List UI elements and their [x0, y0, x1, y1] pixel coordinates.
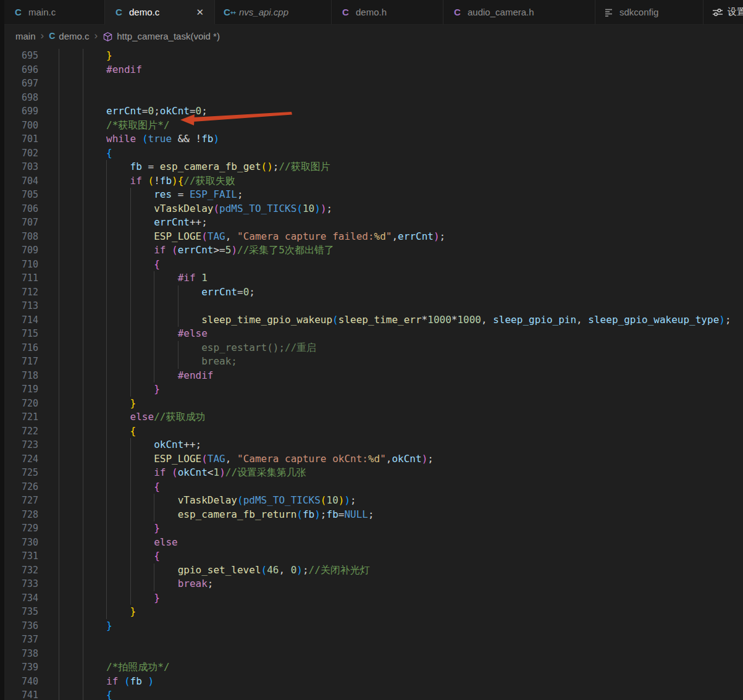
line-number[interactable]: 726: [0, 480, 38, 494]
line-number[interactable]: 703: [0, 160, 38, 174]
code-content[interactable]: esp_restart();//重启: [59, 341, 743, 355]
line-number[interactable]: 709: [0, 243, 38, 258]
line-number[interactable]: 707: [0, 216, 38, 230]
code-content[interactable]: fb = esp_camera_fb_get();//获取图片: [59, 160, 743, 174]
code-line[interactable]: 703fb = esp_camera_fb_get();//获取图片: [0, 160, 743, 174]
code-line[interactable]: 701while (true && !fb): [0, 132, 743, 146]
line-number[interactable]: 704: [0, 174, 38, 188]
code-line[interactable]: 707errCnt++;: [0, 216, 743, 230]
line-number[interactable]: 731: [0, 549, 38, 563]
code-line[interactable]: 699errCnt=0;okCnt=0;: [0, 104, 743, 119]
code-editor[interactable]: 695}696#endif697698699errCnt=0;okCnt=0;7…: [0, 46, 743, 700]
code-content[interactable]: else: [59, 536, 743, 550]
line-number[interactable]: 699: [0, 104, 38, 119]
line-number[interactable]: 697: [0, 77, 38, 91]
code-line[interactable]: 720}: [0, 397, 743, 411]
code-content[interactable]: gpio_set_level(46, 0);//关闭补光灯: [59, 563, 743, 578]
line-number[interactable]: 728: [0, 508, 38, 522]
code-content[interactable]: {: [59, 549, 743, 563]
line-number[interactable]: 696: [0, 63, 38, 77]
code-content[interactable]: [59, 91, 743, 105]
code-content[interactable]: /*拍照成功*/: [59, 660, 743, 675]
line-number[interactable]: 730: [0, 536, 38, 550]
code-line[interactable]: 706vTaskDelay(pdMS_TO_TICKS(10));: [0, 202, 743, 216]
code-line[interactable]: 734}: [0, 591, 743, 605]
code-line[interactable]: 740if (fb ): [0, 675, 743, 689]
code-content[interactable]: errCnt=0;okCnt=0;: [59, 104, 743, 119]
code-line[interactable]: 718#endif: [0, 369, 743, 383]
line-number[interactable]: 722: [0, 424, 38, 439]
code-line[interactable]: 738: [0, 647, 743, 661]
line-number[interactable]: 729: [0, 521, 38, 536]
code-content[interactable]: if (!fb){//获取失败: [59, 174, 743, 188]
code-line[interactable]: 739/*拍照成功*/: [0, 660, 743, 675]
code-line[interactable]: 723okCnt++;: [0, 438, 743, 452]
code-line[interactable]: 710{: [0, 258, 743, 272]
line-number[interactable]: 720: [0, 397, 38, 411]
code-content[interactable]: while (true && !fb): [59, 132, 743, 146]
line-number[interactable]: 705: [0, 188, 38, 202]
code-line[interactable]: 709if (errCnt>=5)//采集了5次都出错了: [0, 243, 743, 258]
code-content[interactable]: {: [59, 688, 743, 700]
code-content[interactable]: #if 1: [59, 271, 743, 285]
code-content[interactable]: ESP_LOGE(TAG, "Camera capture failed:%d"…: [59, 230, 743, 244]
line-number[interactable]: 739: [0, 660, 38, 675]
code-content[interactable]: [59, 77, 743, 91]
code-content[interactable]: sleep_time_gpio_wakeup(sleep_time_err*10…: [59, 313, 743, 327]
code-content[interactable]: }: [59, 605, 743, 619]
line-number[interactable]: 721: [0, 410, 38, 424]
code-line[interactable]: 698: [0, 91, 743, 105]
code-line[interactable]: 717break;: [0, 355, 743, 369]
code-line[interactable]: 721else//获取成功: [0, 410, 743, 424]
tab-audio_camera.h[interactable]: Caudio_camera.h: [443, 0, 595, 24]
code-line[interactable]: 696#endif: [0, 63, 743, 77]
line-number[interactable]: 734: [0, 591, 38, 605]
line-number[interactable]: 736: [0, 619, 38, 633]
code-content[interactable]: vTaskDelay(pdMS_TO_TICKS(10));: [59, 202, 743, 216]
line-number[interactable]: 732: [0, 563, 38, 578]
line-number[interactable]: 710: [0, 258, 38, 272]
code-line[interactable]: 736}: [0, 619, 743, 633]
code-content[interactable]: [59, 299, 743, 313]
code-line[interactable]: 714sleep_time_gpio_wakeup(sleep_time_err…: [0, 313, 743, 327]
line-number[interactable]: 713: [0, 299, 38, 313]
breadcrumb-item-main[interactable]: main: [15, 31, 36, 41]
code-line[interactable]: 731{: [0, 549, 743, 563]
line-number[interactable]: 718: [0, 369, 38, 383]
code-content[interactable]: [59, 633, 743, 647]
code-line[interactable]: 697: [0, 77, 743, 91]
code-line[interactable]: 713: [0, 299, 743, 313]
code-line[interactable]: 715#else: [0, 327, 743, 341]
code-line[interactable]: 730else: [0, 536, 743, 550]
code-line[interactable]: 700/*获取图片*/: [0, 119, 743, 133]
code-content[interactable]: }: [59, 382, 743, 397]
line-number[interactable]: 716: [0, 341, 38, 355]
line-number[interactable]: 725: [0, 466, 38, 480]
code-line[interactable]: 716esp_restart();//重启: [0, 341, 743, 355]
code-line[interactable]: 695}: [0, 49, 743, 63]
code-content[interactable]: errCnt=0;: [59, 285, 743, 300]
code-content[interactable]: errCnt++;: [59, 216, 743, 230]
code-line[interactable]: 702{: [0, 146, 743, 161]
code-line[interactable]: 724ESP_LOGE(TAG, "Camera capture okCnt:%…: [0, 452, 743, 466]
code-content[interactable]: }: [59, 591, 743, 605]
line-number[interactable]: 738: [0, 647, 38, 661]
tab-sdkconfig[interactable]: sdkconfig: [595, 0, 703, 24]
line-number[interactable]: 735: [0, 605, 38, 619]
line-number[interactable]: 695: [0, 49, 38, 63]
tab-nvs_api.cpp[interactable]: C++nvs_api.cpp: [215, 0, 332, 24]
code-line[interactable]: 722{: [0, 424, 743, 439]
tab-设置[interactable]: 设置: [703, 0, 743, 24]
code-content[interactable]: ESP_LOGE(TAG, "Camera capture okCnt:%d",…: [59, 452, 743, 466]
line-number[interactable]: 706: [0, 202, 38, 216]
line-number[interactable]: 733: [0, 577, 38, 591]
code-content[interactable]: }: [59, 49, 743, 63]
code-content[interactable]: {: [59, 480, 743, 494]
code-content[interactable]: if (okCnt<1)//设置采集第几张: [59, 466, 743, 480]
code-line[interactable]: 732gpio_set_level(46, 0);//关闭补光灯: [0, 563, 743, 578]
code-content[interactable]: esp_camera_fb_return(fb);fb=NULL;: [59, 508, 743, 522]
tab-main.c[interactable]: Cmain.c: [4, 0, 105, 24]
code-line[interactable]: 708ESP_LOGE(TAG, "Camera capture failed:…: [0, 230, 743, 244]
code-content[interactable]: if (fb ): [59, 675, 743, 689]
code-content[interactable]: if (errCnt>=5)//采集了5次都出错了: [59, 243, 743, 258]
